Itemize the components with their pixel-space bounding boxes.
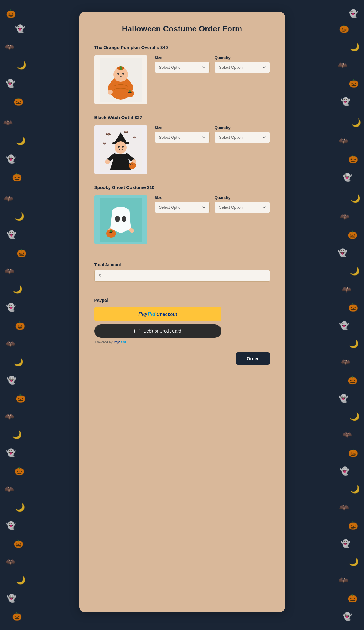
section-divider-paypal <box>94 290 270 290</box>
svg-point-27 <box>129 162 136 169</box>
powered-by: Powered by PayPal <box>95 340 270 344</box>
pumpkin-quantity-label: Quantity <box>215 55 270 60</box>
pumpkin-size-select[interactable]: Select Option XS S M L XL <box>155 62 210 73</box>
svg-text:🦇: 🦇 <box>106 131 111 137</box>
pumpkin-size-group: Size Select Option XS S M L XL <box>155 55 210 73</box>
debit-credit-button[interactable]: Debit or Credit Card <box>94 324 221 338</box>
svg-text:🦇: 🦇 <box>133 135 137 139</box>
paypal-section: Paypal PayPalCheckout Debit or Credit Ca… <box>94 298 270 344</box>
product-ghost-name: Spooky Ghost Costume $10 <box>94 185 270 190</box>
paypal-checkout-button[interactable]: PayPalCheckout <box>94 307 221 321</box>
ghost-size-select[interactable]: Select Option XS S M L XL <box>155 202 210 213</box>
product-pumpkin: The Orange Pumpkin Overalls $40 <box>94 45 270 104</box>
product-pumpkin-name: The Orange Pumpkin Overalls $40 <box>94 45 270 50</box>
product-witch-row: 🦇 🦇 🦇 🦇 <box>94 125 270 174</box>
product-witch-selects: Size Select Option XS S M L XL Quantity <box>155 125 270 143</box>
order-form: Halloween Costume Order Form The Orange … <box>79 12 285 612</box>
product-ghost-selects: Size Select Option XS S M L XL Quantity <box>155 195 270 213</box>
paypal-label: Paypal <box>94 298 270 303</box>
svg-point-29 <box>115 216 120 222</box>
witch-size-select[interactable]: Select Option XS S M L XL <box>155 132 210 143</box>
ghost-quantity-group: Quantity Select Option 1 2 3 4 5 <box>215 195 270 213</box>
order-row: Order <box>94 352 270 365</box>
svg-point-22 <box>122 146 124 148</box>
debit-button-text: Debit or Credit Card <box>143 329 181 333</box>
ghost-size-label: Size <box>155 195 210 200</box>
section-divider-total <box>94 255 270 255</box>
product-pumpkin-row: Size Select Option XS S M L XL Quantity <box>94 55 270 104</box>
total-input[interactable] <box>103 274 265 278</box>
dollar-sign: $ <box>99 274 101 278</box>
product-pumpkin-image <box>94 55 147 104</box>
product-witch-image: 🦇 🦇 🦇 🦇 <box>94 125 147 174</box>
total-label: Total Amount <box>94 262 270 267</box>
pumpkin-quantity-select[interactable]: Select Option 1 2 3 4 5 <box>215 62 270 73</box>
ghost-size-group: Size Select Option XS S M L XL <box>155 195 210 213</box>
witch-quantity-group: Quantity Select Option 1 2 3 4 5 <box>215 125 270 143</box>
svg-point-30 <box>122 216 126 222</box>
svg-text:🦇: 🦇 <box>103 141 107 145</box>
ghost-quantity-select[interactable]: Select Option 1 2 3 4 5 <box>215 202 270 213</box>
svg-point-25 <box>105 159 110 164</box>
title-divider <box>94 36 270 36</box>
ghost-quantity-label: Quantity <box>215 195 270 200</box>
witch-quantity-select[interactable]: Select Option 1 2 3 4 5 <box>215 132 270 143</box>
pumpkin-quantity-group: Quantity Select Option 1 2 3 4 5 <box>215 55 270 73</box>
total-section: Total Amount $ <box>94 262 270 282</box>
product-ghost: Spooky Ghost Costume $10 <box>94 185 270 244</box>
pumpkin-size-label: Size <box>155 55 210 60</box>
paypal-pay-text: Pay <box>138 311 147 317</box>
svg-point-20 <box>115 141 127 154</box>
total-input-row: $ <box>94 270 270 282</box>
svg-text:🦇: 🦇 <box>124 130 128 134</box>
witch-size-label: Size <box>155 125 210 130</box>
witch-size-group: Size Select Option XS S M L XL <box>155 125 210 143</box>
paypal-checkout-text: Checkout <box>156 312 177 317</box>
svg-rect-4 <box>120 66 122 70</box>
card-icon <box>134 329 140 333</box>
product-pumpkin-selects: Size Select Option XS S M L XL Quantity <box>155 55 270 73</box>
witch-quantity-label: Quantity <box>215 125 270 130</box>
paypal-pal-text: Pal <box>148 311 156 317</box>
powered-by-prefix: Powered by <box>95 340 113 344</box>
svg-point-5 <box>117 73 119 75</box>
order-button[interactable]: Order <box>236 352 270 365</box>
svg-point-21 <box>118 146 120 148</box>
powered-pay: Pay <box>114 340 120 344</box>
product-witch-name: Black Witch Outfit $27 <box>94 115 270 120</box>
product-ghost-image <box>94 195 147 244</box>
svg-point-9 <box>108 90 113 94</box>
powered-pal: Pal <box>121 340 126 344</box>
form-title: Halloween Costume Order Form <box>94 24 270 34</box>
product-witch: Black Witch Outfit $27 🦇 🦇 🦇 🦇 <box>94 115 270 174</box>
product-ghost-row: Size Select Option XS S M L XL Quantity <box>94 195 270 244</box>
svg-point-6 <box>122 73 124 75</box>
